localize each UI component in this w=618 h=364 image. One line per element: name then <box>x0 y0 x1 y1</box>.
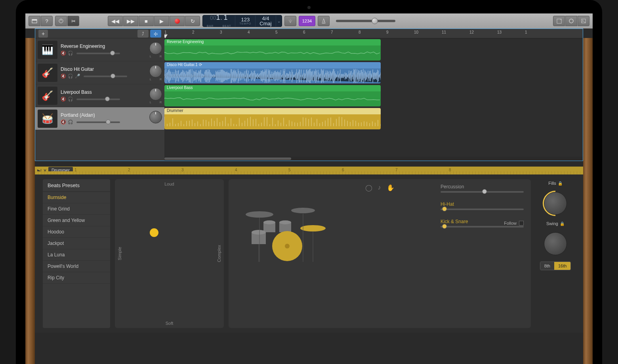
ruler-mark: 2 <box>192 30 195 34</box>
cycle-button[interactable]: ↻ <box>185 16 200 26</box>
fills-label: Fills <box>548 181 556 186</box>
track-volume-slider[interactable] <box>76 53 120 54</box>
xy-pad[interactable]: Loud Soft Simple Complex <box>115 179 224 328</box>
preset-item[interactable]: Burnside <box>43 192 110 203</box>
preset-item[interactable]: Green and Yellow <box>43 215 110 226</box>
loop-browser-button[interactable] <box>565 16 577 26</box>
timeline-ruler[interactable]: 123456789101112131 <box>164 29 583 38</box>
preset-item[interactable]: Hoodoo <box>43 226 110 238</box>
solo-button[interactable]: 🎧 <box>68 97 73 102</box>
region[interactable]: Drummer <box>164 108 381 129</box>
editor-ruler[interactable]: ▶| ✕ Drummer 12345678 <box>35 167 583 174</box>
quant-16th[interactable]: 16th <box>554 262 570 270</box>
input-monitor-button[interactable]: 🎤 <box>75 74 80 79</box>
ruler-mark: 1 <box>525 30 527 34</box>
tracks-workspace: + ⤴ ›|‹ 🎹 Reverse Engineering 🔇 🎧 <box>35 28 583 161</box>
tuner-button[interactable] <box>284 16 296 26</box>
tambourine-icon[interactable]: ◯ <box>365 184 372 191</box>
drumkit-graphic[interactable] <box>236 195 331 266</box>
horizontal-scrollbar[interactable] <box>164 157 583 161</box>
region[interactable]: Liverpool Bass <box>164 85 381 106</box>
forward-button[interactable]: ▶▶ <box>123 16 138 26</box>
mute-button[interactable]: 🔇 <box>61 97 66 102</box>
shaker-icon[interactable]: ♪ <box>378 184 381 191</box>
lcd-display[interactable]: 001. 1 BAR BEAT 123 TEMPO 4/4 Cmaj ⌄ <box>202 15 282 27</box>
svg-point-10 <box>291 208 315 213</box>
solo-button[interactable]: 🎧 <box>68 74 73 79</box>
lock-icon[interactable]: 🔒 <box>560 222 565 226</box>
ruler-mark: 11 <box>442 30 446 34</box>
pan-knob[interactable] <box>149 42 162 55</box>
fills-knob[interactable] <box>544 192 567 215</box>
track-name: Disco Hit Guitar <box>61 66 146 72</box>
solo-button[interactable]: 🎧 <box>68 119 73 125</box>
mute-button[interactable]: 🔇 <box>61 74 66 79</box>
lock-icon[interactable]: 🔒 <box>558 181 563 186</box>
preset-item[interactable]: Powell's World <box>43 261 110 272</box>
region[interactable]: Reverse Engineering <box>164 39 381 61</box>
stop-button[interactable]: ■ <box>139 16 154 26</box>
xy-label-complex: Complex <box>217 245 221 262</box>
preset-item[interactable]: Fine Grind <box>43 203 110 215</box>
pan-knob[interactable] <box>149 111 162 123</box>
lcd-key[interactable]: Cmaj <box>259 21 271 26</box>
ruler-mark: 9 <box>386 30 389 34</box>
track-name: Portland (Aidan) <box>61 112 146 118</box>
preset-item[interactable]: La Luna <box>43 249 110 261</box>
preset-item[interactable]: Rip City <box>43 272 110 284</box>
playhead-icon[interactable] <box>164 34 168 38</box>
preset-item[interactable]: Jackpot <box>43 238 110 249</box>
ruler-mark: 7 <box>331 30 333 34</box>
track-header[interactable]: 🎸 Liverpool Bass 🔇 🎧 LR <box>35 84 164 107</box>
lcd-menu-icon[interactable]: ⌄ <box>276 15 282 27</box>
timeline-area[interactable]: 123456789101112131 Reverse EngineeringDi… <box>164 29 583 161</box>
editors-button[interactable]: ✂ <box>67 16 79 26</box>
kicksnare-slider[interactable] <box>441 226 524 228</box>
percussion-slider[interactable] <box>441 191 524 193</box>
add-track-button[interactable]: + <box>38 30 48 38</box>
rewind-button[interactable]: ◀◀ <box>108 16 123 26</box>
pan-knob[interactable] <box>149 65 162 78</box>
mute-button[interactable]: 🔇 <box>61 119 66 125</box>
help-button[interactable]: ? <box>41 16 53 26</box>
quant-8th[interactable]: 8th <box>540 262 554 270</box>
solo-button[interactable]: 🎧 <box>68 51 73 56</box>
handclap-icon[interactable]: ✋ <box>387 184 395 191</box>
lcd-beat: 1 <box>223 13 228 21</box>
hihat-slider[interactable] <box>441 209 524 210</box>
svg-point-9 <box>246 211 273 218</box>
quantize-toggle[interactable]: 8th 16th <box>540 262 571 270</box>
track-volume-slider[interactable] <box>76 121 120 123</box>
svg-rect-1 <box>32 19 37 21</box>
drumkit-panel: ◯ ♪ ✋ <box>229 179 531 328</box>
track-header[interactable]: 🎸 Disco Hit Guitar 🔇 🎧 🎤 LR <box>35 61 164 84</box>
lcd-tempo[interactable]: 123 <box>241 17 250 22</box>
media-browser-button[interactable] <box>578 16 589 26</box>
svg-point-6 <box>569 19 573 23</box>
swing-knob[interactable] <box>544 232 567 255</box>
track-instrument-icon: 🎹 <box>38 41 57 59</box>
mute-button[interactable]: 🔇 <box>61 51 66 56</box>
swing-label: Swing <box>546 221 558 226</box>
catch-playhead-button[interactable]: ›|‹ <box>150 30 161 38</box>
track-volume-slider[interactable] <box>84 76 127 77</box>
svg-point-11 <box>300 225 326 231</box>
region[interactable]: Disco Hit Guitar.1 ⟳ <box>164 62 381 83</box>
play-button[interactable]: ▶ <box>154 16 169 26</box>
follow-checkbox[interactable] <box>519 221 524 226</box>
svg-point-19 <box>285 244 290 248</box>
metronome-button[interactable] <box>318 16 330 26</box>
library-button[interactable] <box>29 16 40 26</box>
automation-toggle[interactable]: ⤴ <box>137 30 149 38</box>
smart-controls-button[interactable] <box>55 16 67 26</box>
record-button[interactable] <box>170 16 185 26</box>
master-volume-slider[interactable] <box>336 20 395 22</box>
track-header[interactable]: 🥁 Portland (Aidan) 🔇 🎧 LR <box>35 107 164 130</box>
notepad-button[interactable] <box>553 16 565 26</box>
count-in-button[interactable]: 1234 <box>299 16 315 26</box>
track-header[interactable]: 🎹 Reverse Engineering 🔇 🎧 LR <box>35 38 164 61</box>
xy-puck[interactable] <box>150 228 158 237</box>
track-volume-slider[interactable] <box>76 99 120 100</box>
ruler-mark: 13 <box>497 30 502 34</box>
pan-knob[interactable] <box>149 88 162 100</box>
